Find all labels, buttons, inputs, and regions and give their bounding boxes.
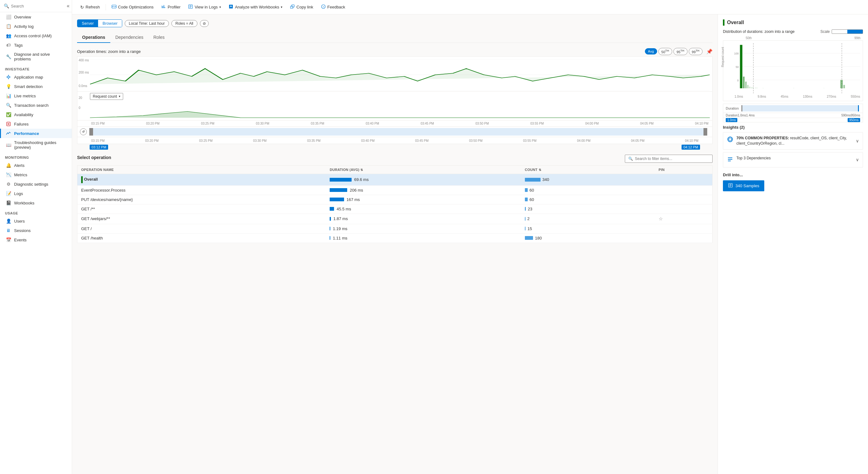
- insight-1-chevron-icon[interactable]: ∨: [856, 138, 859, 143]
- live-metrics-icon: 📊: [6, 93, 11, 98]
- sidebar-item-overview[interactable]: ⬜ Overview: [0, 12, 72, 22]
- count-value: 2: [527, 216, 530, 221]
- 99th-button[interactable]: 99TH: [689, 48, 703, 55]
- insight-2-chevron-icon[interactable]: ∨: [856, 157, 859, 162]
- op-count-cell: 23: [521, 204, 655, 213]
- sidebar-item-workbooks[interactable]: 📓 Workbooks: [0, 198, 72, 208]
- time-filter-pill[interactable]: Local Time: Last hour: [125, 20, 169, 27]
- op-pin-cell: [655, 224, 713, 233]
- duration-value: 206 ms: [350, 188, 363, 193]
- sidebar-item-logs[interactable]: 📝 Logs: [0, 189, 72, 198]
- tags-icon: 🏷: [6, 42, 11, 47]
- table-row[interactable]: GET /1.19 ms15: [78, 224, 713, 233]
- count-bar: [525, 217, 526, 221]
- additional-filter-pill[interactable]: ⊘: [200, 20, 209, 27]
- samples-button[interactable]: 340 Samples: [723, 180, 764, 191]
- insight-card-1[interactable]: 70% COMMON PROPERTIES: resultCode, clien…: [723, 132, 863, 150]
- svg-rect-45: [840, 80, 843, 88]
- 50th-marker: 50th: [746, 36, 752, 40]
- table-row[interactable]: GET /health1.11 ms180: [78, 233, 713, 243]
- sidebar-item-availability[interactable]: ✅ Availability: [0, 110, 72, 119]
- tab-dependencies[interactable]: Dependencies: [110, 32, 149, 43]
- operations-search-box[interactable]: 🔍: [625, 155, 713, 163]
- count-value: 180: [535, 236, 542, 240]
- 95th-button[interactable]: 95TH: [673, 48, 687, 55]
- view-logs-chevron-icon: ▾: [219, 5, 221, 9]
- select-operation-section: Select operation 🔍 OPERATION NAME: [77, 155, 713, 243]
- col-duration[interactable]: DURATION (AVG) ⇅: [326, 165, 521, 174]
- sidebar-item-live-metrics[interactable]: 📊 Live metrics: [0, 91, 72, 101]
- copy-link-button[interactable]: Copy link: [287, 2, 316, 11]
- scale-slider[interactable]: [832, 29, 863, 34]
- sidebar-item-alerts[interactable]: 🔔 Alerts: [0, 161, 72, 170]
- sidebar-item-users[interactable]: 👤 Users: [0, 216, 72, 226]
- refresh-button[interactable]: ↻ Refresh: [77, 3, 103, 11]
- zoom-reset-button[interactable]: ↺: [80, 128, 87, 135]
- op-pin-cell: [655, 174, 713, 185]
- range-handle-left[interactable]: [741, 105, 742, 111]
- sidebar-item-tags[interactable]: 🏷 Tags: [0, 40, 72, 50]
- sidebar-item-activity-log[interactable]: 📋 Activity log: [0, 22, 72, 31]
- view-logs-button[interactable]: View in Logs ▾: [185, 2, 224, 11]
- analyze-workbooks-button[interactable]: Analyze with Workbooks ▾: [225, 2, 285, 11]
- avg-button[interactable]: Avg: [645, 48, 657, 55]
- search-box[interactable]: 🔍 «: [0, 0, 72, 12]
- col-count[interactable]: COUNT ⇅: [521, 165, 655, 174]
- left-panel: Server Browser Local Time: Last hour Rol…: [72, 14, 718, 474]
- op-name-label: GET /webjars/**: [81, 216, 110, 221]
- toolbar: ↻ Refresh Code Optimizations Profiler Vi…: [72, 0, 868, 14]
- op-name-label: Overall: [84, 177, 98, 181]
- time-filter-label: Local Time: Last hour: [129, 21, 165, 26]
- range-end-label: 04:12 PM: [682, 145, 700, 150]
- feedback-button[interactable]: ? Feedback: [318, 2, 348, 11]
- table-row[interactable]: EventProcessor.Process206 ms60: [78, 185, 713, 195]
- sidebar-item-failures[interactable]: Failures: [0, 119, 72, 129]
- table-row[interactable]: Overall69.6 ms340: [78, 174, 713, 185]
- range-handle-right[interactable]: [858, 105, 859, 111]
- troubleshooting-icon: 📖: [6, 142, 11, 147]
- sidebar-item-troubleshooting[interactable]: 📖 Troubleshooting guides (preview): [0, 138, 72, 152]
- chart-header: Operation times: zoom into a range Avg 5…: [77, 48, 713, 55]
- op-name-cell: GET /webjars/**: [78, 213, 326, 224]
- sidebar-item-transaction-search[interactable]: 🔍 Transaction search: [0, 101, 72, 110]
- op-name-cell: GET /**: [78, 204, 326, 213]
- zoom-handle-left[interactable]: [89, 128, 93, 136]
- search-input[interactable]: [11, 4, 64, 8]
- zoom-handle-right[interactable]: [704, 128, 707, 136]
- 50th-button[interactable]: 50TH: [658, 48, 672, 55]
- percentile-buttons: Avg 50TH 95TH 99TH 📌: [645, 48, 713, 55]
- code-opt-icon: [112, 4, 117, 10]
- op-duration-cell: 167 ms: [326, 195, 521, 204]
- sidebar-item-iam[interactable]: 👥 Access control (IAM): [0, 31, 72, 40]
- sidebar-item-performance[interactable]: Performance: [0, 129, 72, 138]
- collapse-sidebar-button[interactable]: «: [65, 2, 71, 9]
- tab-roles[interactable]: Roles: [148, 32, 169, 43]
- svg-rect-33: [740, 45, 742, 88]
- request-count-dropdown[interactable]: Request count ▾: [90, 93, 123, 100]
- code-optimizations-button[interactable]: Code Optimizations: [108, 2, 157, 11]
- tab-operations[interactable]: Operations: [77, 32, 110, 43]
- workbooks-icon: 📓: [6, 200, 11, 205]
- roles-filter-pill[interactable]: Roles = All: [172, 20, 197, 27]
- server-tab-button[interactable]: Server: [78, 20, 98, 27]
- chart-pin-icon[interactable]: 📌: [706, 48, 713, 55]
- pin-star-icon[interactable]: ☆: [659, 216, 663, 222]
- sidebar-item-events[interactable]: 📅 Events: [0, 235, 72, 244]
- profiler-button[interactable]: Profiler: [158, 2, 184, 11]
- count-sort-icon: ⇅: [539, 168, 541, 172]
- sidebar-item-smart-detection[interactable]: 💡 Smart detection: [0, 82, 72, 91]
- sidebar-item-sessions[interactable]: 🖥 Sessions: [0, 226, 72, 235]
- sidebar-item-diagnose[interactable]: 🔧 Diagnose and solve problems: [0, 50, 72, 64]
- table-header-row: OPERATION NAME DURATION (AVG) ⇅ COUNT ⇅: [78, 165, 713, 174]
- table-row[interactable]: GET /webjars/**1.87 ms2☆: [78, 213, 713, 224]
- sidebar-item-metrics[interactable]: 📉 Metrics: [0, 170, 72, 179]
- table-row[interactable]: PUT /devices/names/{name}167 ms60: [78, 195, 713, 204]
- table-row[interactable]: GET /**45.5 ms23: [78, 204, 713, 213]
- sidebar-item-diagnostic-settings[interactable]: ⚙ Diagnostic settings: [0, 179, 72, 189]
- operations-filter-input[interactable]: [635, 157, 709, 161]
- insight-2-icon: [727, 156, 733, 164]
- insight-card-2[interactable]: Top 3 Dependencies ∨: [723, 152, 863, 168]
- browser-tab-button[interactable]: Browser: [98, 20, 122, 27]
- mini-chart-controls: Request count ▾: [90, 93, 710, 100]
- sidebar-item-app-map[interactable]: Application map: [0, 72, 72, 82]
